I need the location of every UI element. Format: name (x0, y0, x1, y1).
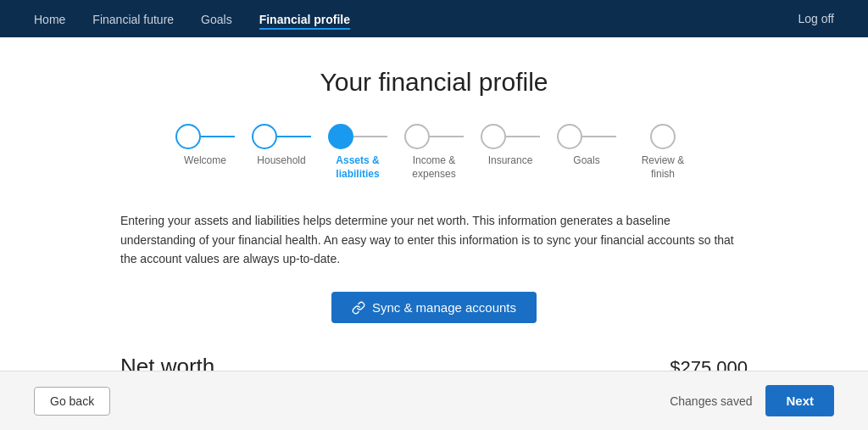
nav-link-financial-future[interactable]: Financial future (92, 13, 174, 26)
footer: Go back Changes saved Next (0, 371, 868, 430)
nav-item-financial-profile[interactable]: Financial profile (259, 12, 350, 26)
stepper: Welcome Household Assets &liabilities (120, 124, 748, 181)
step-circle-income (404, 124, 430, 149)
step-line-5 (506, 136, 540, 137)
step-review-finish: Review &finish (625, 124, 701, 181)
step-label-welcome: Welcome (167, 154, 243, 168)
step-insurance: Insurance (472, 124, 548, 168)
step-goals: Goals (548, 124, 625, 168)
step-circle-review (650, 124, 676, 149)
description-text: Entering your assets and liabilities hel… (120, 211, 748, 268)
step-label-goals: Goals (548, 154, 625, 168)
step-circle-assets (328, 124, 353, 149)
step-circle-insurance (481, 124, 506, 149)
step-label-household: Household (243, 154, 320, 168)
step-welcome: Welcome (167, 124, 243, 168)
nav-links: Home Financial future Goals Financial pr… (34, 12, 350, 26)
step-label-assets: Assets &liabilities (320, 154, 396, 181)
changes-saved-label: Changes saved (670, 394, 752, 408)
step-assets-liabilities: Assets &liabilities (320, 124, 396, 181)
step-circle-goals (557, 124, 582, 149)
link-icon (352, 301, 365, 315)
nav-link-financial-profile[interactable]: Financial profile (259, 13, 350, 30)
step-circle-welcome (175, 124, 201, 149)
sync-button-label: Sync & manage accounts (372, 300, 516, 315)
logout-link[interactable]: Log off (798, 12, 834, 25)
footer-right: Changes saved Next (670, 385, 834, 416)
go-back-button[interactable]: Go back (34, 387, 110, 416)
step-income-expenses: Income &expenses (396, 124, 472, 181)
step-line-3 (353, 136, 387, 137)
step-label-review: Review &finish (625, 154, 701, 181)
nav-link-home[interactable]: Home (34, 13, 65, 26)
step-line-1 (201, 136, 235, 137)
nav-item-financial-future[interactable]: Financial future (92, 12, 174, 26)
next-button[interactable]: Next (765, 385, 834, 416)
nav-item-home[interactable]: Home (34, 12, 65, 26)
step-circle-household (252, 124, 277, 149)
step-household: Household (243, 124, 320, 168)
sync-manage-accounts-button[interactable]: Sync & manage accounts (331, 292, 537, 323)
step-label-income: Income &expenses (396, 154, 472, 181)
navbar: Home Financial future Goals Financial pr… (0, 0, 868, 37)
step-line-6 (582, 136, 616, 137)
step-line-2 (277, 136, 311, 137)
nav-link-goals[interactable]: Goals (201, 13, 232, 26)
nav-item-goals[interactable]: Goals (201, 12, 232, 26)
page-title: Your financial profile (120, 68, 748, 97)
step-label-insurance: Insurance (472, 154, 548, 168)
sync-button-wrapper: Sync & manage accounts (120, 292, 748, 323)
step-line-4 (430, 136, 464, 137)
